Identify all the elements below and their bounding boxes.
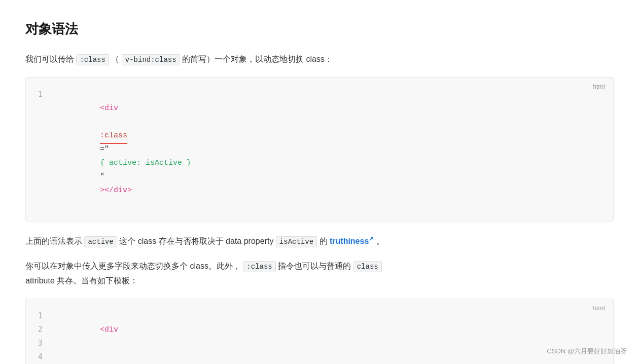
- line-number-2-3: 3: [38, 337, 43, 350]
- line-number-1: 1: [38, 88, 43, 101]
- code-line-1-1: <div :class =" { active: isActive } " ><…: [63, 88, 601, 211]
- para2-text4: 。: [376, 237, 384, 245]
- para1-code1: :class: [76, 54, 109, 65]
- para2-text1: 上面的语法表示: [25, 237, 84, 245]
- code-content-1: <div :class =" { active: isActive } " ><…: [51, 88, 613, 211]
- tag-open: <div: [100, 104, 118, 113]
- line-number-2-2: 2: [38, 323, 43, 337]
- para2-text2: 这个 class 存在与否将取决于 data property: [119, 237, 276, 245]
- para3-code2: class: [353, 261, 382, 272]
- page-title: 对象语法: [25, 20, 614, 38]
- paragraph-1: 我们可以传给 :class （ v-bind:class 的简写）一个对象，以动…: [25, 52, 614, 67]
- para3-text2: 指令也可以与普通的: [278, 262, 353, 270]
- para1-text1: 我们可以传给: [25, 55, 76, 63]
- para2-code2: isActive: [276, 236, 317, 247]
- tag-div-open: <div: [100, 325, 118, 334]
- para1-text3: 的简写）一个对象，以动态地切换 class：: [182, 55, 333, 63]
- line-number-2-4: 4: [38, 350, 43, 364]
- truthiness-link[interactable]: truthiness: [330, 237, 374, 245]
- credit: CSDN @六月要好好加油呀: [547, 347, 627, 356]
- code-line-2-1: <div: [63, 309, 601, 350]
- paragraph-2: 上面的语法表示 active 这个 class 存在与否将取决于 data pr…: [25, 234, 614, 249]
- para1-text2: （: [111, 55, 119, 63]
- attr-bind-underline: :class: [100, 129, 127, 142]
- code-content-2: <div class =" static " :class =" { activ…: [51, 309, 613, 364]
- para3-code1: :class: [243, 261, 275, 272]
- attr-value-1: { active: isActive }: [100, 159, 191, 167]
- code-line-2-2: class =" static ": [63, 350, 601, 364]
- line-numbers-1: 1: [26, 88, 51, 211]
- para1-code2: v-bind:class: [122, 54, 180, 65]
- paragraph-3: 你可以在对象中传入更多字段来动态切换多个 class。此外， :class 指令…: [25, 259, 614, 288]
- line-numbers-2: 1 2 3 4: [26, 309, 51, 364]
- para2-code1: active: [84, 236, 117, 247]
- para3-text1: 你可以在对象中传入更多字段来动态切换多个 class。此外，: [25, 262, 241, 270]
- code-block-1: html 1 <div :class =" { active: isActive…: [25, 77, 614, 222]
- tag-close: ></div>: [100, 186, 132, 195]
- line-number-2-1: 1: [38, 309, 43, 323]
- para2-text3: 的: [320, 237, 330, 245]
- code-block-2: html 1 2 3 4 <div class =" static " :cla…: [25, 299, 614, 364]
- para3-text3: attribute 共存。当有如下模板：: [25, 276, 138, 285]
